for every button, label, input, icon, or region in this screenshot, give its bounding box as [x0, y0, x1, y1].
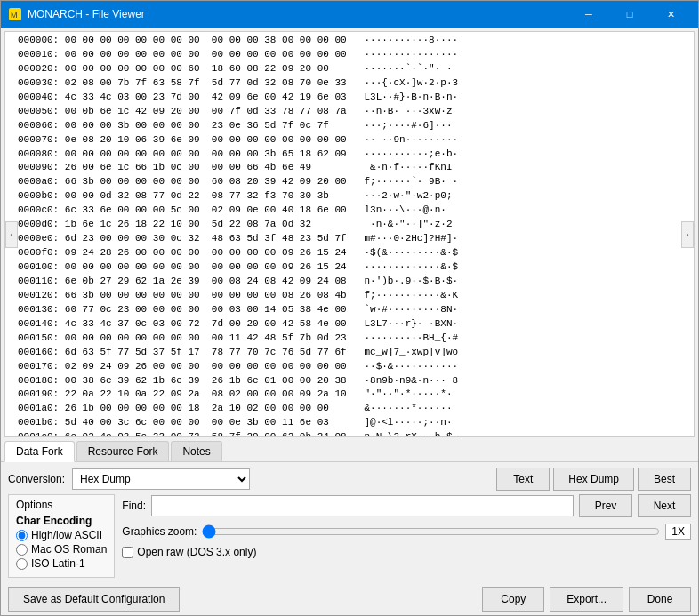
maximize-button[interactable]: □ — [609, 1, 650, 28]
tab-data-fork[interactable]: Data Fork — [4, 441, 75, 462]
tab-notes[interactable]: Notes — [171, 441, 221, 461]
tab-resource-fork[interactable]: Resource Fork — [76, 441, 170, 461]
right-arrow-button[interactable]: › — [681, 221, 694, 248]
find-input[interactable] — [151, 495, 574, 516]
hex-view-area: ‹ 000000: 00 00 00 00 00 00 00 00 00 00 … — [4, 31, 695, 437]
find-label: Find: — [122, 500, 146, 512]
best-btn[interactable]: Best — [638, 468, 691, 491]
copy-button[interactable]: Copy — [482, 587, 544, 612]
hex-dump-btn[interactable]: Hex Dump — [553, 468, 634, 491]
zoom-slider[interactable] — [202, 523, 660, 540]
action-buttons: Copy Export... Done — [482, 587, 691, 612]
done-button[interactable]: Done — [629, 587, 691, 612]
options-title: Options — [16, 499, 107, 511]
conversion-label: Conversion: — [8, 473, 65, 485]
radio-iso-latin-1[interactable] — [16, 558, 28, 570]
format-buttons: TextHex DumpBest — [496, 468, 691, 491]
close-button[interactable]: ✕ — [650, 1, 691, 28]
zoom-label: Graphics zoom: — [122, 525, 197, 538]
radio-label-high-low-ascii: High/low ASCII — [31, 529, 102, 541]
open-raw-row: Open raw (DOS 3.x only) — [122, 546, 691, 558]
zoom-value: 1X — [665, 524, 691, 540]
save-default-button[interactable]: Save as Default Configuration — [8, 587, 180, 612]
tabs-bar: Data ForkResource ForkNotes — [1, 437, 698, 462]
radio-high-low-ascii[interactable] — [16, 530, 28, 541]
conversion-select[interactable]: Hex DumpTextBase64Octal Dump — [72, 468, 250, 490]
radio-label-iso-latin-1: ISO Latin-1 — [31, 557, 85, 570]
export-button[interactable]: Export... — [550, 587, 623, 612]
hex-content[interactable]: 000000: 00 00 00 00 00 00 00 00 00 00 00… — [5, 32, 694, 436]
options-section: Options Char Encoding High/low ASCIIMac … — [8, 494, 115, 578]
radio-option-iso-latin-1: ISO Latin-1 — [16, 557, 107, 570]
main-window: M MONARCH - File Viewer ─ □ ✕ ‹ 000000: … — [0, 0, 699, 616]
char-encoding-label: Char Encoding — [16, 515, 107, 527]
prev-button[interactable]: Prev — [579, 494, 632, 517]
bottom-row2: Options Char Encoding High/low ASCIIMac … — [8, 494, 691, 578]
radio-option-mac-os-roman: Mac OS Roman — [16, 543, 107, 556]
open-raw-label: Open raw (DOS 3.x only) — [137, 546, 256, 558]
bottom-panel: Conversion: Hex DumpTextBase64Octal Dump… — [1, 462, 698, 583]
radio-mac-os-roman[interactable] — [16, 544, 28, 556]
svg-text:M: M — [11, 11, 18, 20]
bottom-row1: Conversion: Hex DumpTextBase64Octal Dump… — [8, 468, 691, 491]
open-raw-checkbox[interactable] — [122, 547, 133, 558]
app-icon: M — [8, 7, 22, 21]
radio-option-high-low-ascii: High/low ASCII — [16, 529, 107, 541]
next-button[interactable]: Next — [638, 494, 691, 517]
right-panel: Find: Prev Next Graphics zoom: 1X Open r… — [122, 494, 691, 558]
bottom-action-row: Save as Default Configuration Copy Expor… — [1, 583, 698, 615]
text-btn[interactable]: Text — [496, 468, 550, 491]
title-bar: M MONARCH - File Viewer ─ □ ✕ — [1, 1, 698, 28]
radio-options-container: High/low ASCIIMac OS RomanISO Latin-1 — [16, 529, 107, 570]
left-arrow-button[interactable]: ‹ — [5, 221, 18, 248]
find-row: Find: Prev Next — [122, 494, 691, 517]
window-controls: ─ □ ✕ — [568, 1, 691, 28]
radio-label-mac-os-roman: Mac OS Roman — [31, 543, 107, 556]
zoom-row: Graphics zoom: 1X — [122, 523, 691, 540]
minimize-button[interactable]: ─ — [568, 1, 609, 28]
window-title: MONARCH - File Viewer — [28, 8, 568, 20]
